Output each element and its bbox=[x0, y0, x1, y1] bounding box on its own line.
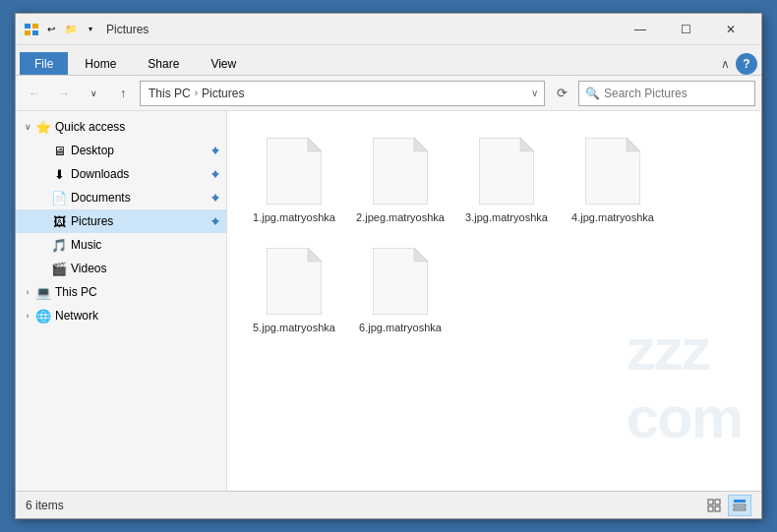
titlebar-icons: ↩ 📁 ▾ bbox=[24, 22, 98, 37]
ribbon-collapse-button[interactable]: ∧ bbox=[721, 57, 730, 71]
svg-marker-5 bbox=[308, 138, 322, 151]
file-item-file1[interactable]: 1.jpg.matryoshka bbox=[245, 129, 343, 231]
path-segment-pc[interactable]: This PC bbox=[147, 87, 193, 100]
search-box[interactable]: 🔍 bbox=[578, 81, 755, 106]
main-content: ∨⭐Quick access🖥Desktop⬇Downloads📄Documen… bbox=[16, 111, 761, 491]
file-icon-file2 bbox=[369, 136, 432, 207]
sidebar-label-pictures: Pictures bbox=[71, 214, 207, 228]
path-arrow-1: › bbox=[195, 88, 198, 98]
svg-rect-17 bbox=[715, 500, 720, 504]
help-button[interactable]: ? bbox=[736, 53, 757, 75]
forward-button[interactable]: → bbox=[51, 81, 77, 106]
dropdown-icon: ▾ bbox=[83, 22, 98, 37]
folder-icon-pictures: 🖼 bbox=[51, 213, 67, 229]
svg-marker-15 bbox=[414, 248, 428, 262]
file-item-file5[interactable]: 5.jpg.matryoshka bbox=[245, 239, 343, 341]
file-icon-file4 bbox=[581, 136, 644, 207]
path-segment-pictures[interactable]: Pictures bbox=[200, 87, 246, 100]
sidebar-item-pictures[interactable]: 🖼Pictures bbox=[16, 209, 226, 233]
sidebar: ∨⭐Quick access🖥Desktop⬇Downloads📄Documen… bbox=[16, 111, 227, 491]
tab-view[interactable]: View bbox=[196, 52, 251, 75]
sidebar-label-downloads: Downloads bbox=[71, 167, 207, 181]
expand-icon-desktop[interactable] bbox=[35, 143, 51, 158]
expand-icon-music[interactable] bbox=[35, 237, 51, 253]
back-button[interactable]: ← bbox=[22, 81, 47, 106]
expand-icon-this-pc[interactable]: › bbox=[20, 284, 35, 300]
sidebar-item-quick-access[interactable]: ∨⭐Quick access bbox=[16, 115, 226, 139]
svg-marker-11 bbox=[627, 138, 640, 151]
file-name-file5: 5.jpg.matryoshka bbox=[253, 321, 335, 334]
folder-icon: 📁 bbox=[63, 22, 79, 37]
sidebar-item-documents[interactable]: 📄Documents bbox=[16, 186, 226, 209]
pin-icon-documents bbox=[209, 191, 222, 205]
addressbar: ← → ∨ ↑ This PC › Pictures ∨ ⟳ 🔍 bbox=[16, 76, 761, 111]
file-name-file4: 4.jpg.matryoshka bbox=[571, 210, 654, 224]
tab-share[interactable]: Share bbox=[133, 52, 194, 75]
svg-rect-22 bbox=[734, 508, 746, 510]
svg-rect-21 bbox=[734, 504, 746, 506]
window-controls: — ☐ ✕ bbox=[618, 14, 753, 45]
sidebar-label-desktop: Desktop bbox=[71, 144, 207, 157]
tab-home[interactable]: Home bbox=[70, 52, 131, 75]
svg-marker-13 bbox=[308, 248, 322, 262]
item-count: 6 items bbox=[26, 499, 64, 512]
file-item-file6[interactable]: 6.jpg.matryoshka bbox=[351, 239, 449, 341]
folder-icon-videos: 🎬 bbox=[51, 261, 67, 276]
sidebar-item-desktop[interactable]: 🖥Desktop bbox=[16, 139, 226, 162]
sidebar-item-network[interactable]: ›🌐Network bbox=[16, 304, 226, 327]
undo-icon: ↩ bbox=[43, 22, 59, 37]
sidebar-item-music[interactable]: 🎵Music bbox=[16, 233, 226, 257]
expand-icon-downloads[interactable] bbox=[35, 166, 51, 182]
folder-icon-music: 🎵 bbox=[51, 237, 67, 253]
file-area: zzzcom 1.jpg.matryoshka 2.jpeg.matryoshk… bbox=[227, 111, 761, 491]
window-title: Pictures bbox=[106, 23, 618, 36]
path-dropdown-button[interactable]: ∨ bbox=[531, 88, 538, 98]
refresh-button[interactable]: ⟳ bbox=[549, 81, 574, 106]
svg-rect-1 bbox=[32, 24, 38, 29]
sidebar-label-network: Network bbox=[55, 309, 222, 323]
expand-icon-quick-access[interactable]: ∨ bbox=[20, 119, 35, 135]
folder-icon-desktop: 🖥 bbox=[51, 143, 67, 158]
search-icon: 🔍 bbox=[585, 87, 600, 100]
svg-rect-3 bbox=[32, 30, 38, 35]
pin-icon-downloads bbox=[209, 167, 222, 181]
large-icons-view-button[interactable] bbox=[702, 495, 726, 516]
svg-marker-7 bbox=[414, 138, 428, 151]
folder-icon-documents: 📄 bbox=[51, 190, 67, 206]
tab-file[interactable]: File bbox=[20, 52, 68, 75]
up-button[interactable]: ↑ bbox=[110, 81, 136, 106]
maximize-button[interactable]: ☐ bbox=[663, 14, 708, 45]
sidebar-label-music: Music bbox=[71, 238, 222, 252]
folder-icon-quick-access: ⭐ bbox=[35, 119, 51, 135]
file-item-file3[interactable]: 3.jpg.matryoshka bbox=[457, 129, 556, 231]
expand-icon-documents[interactable] bbox=[35, 190, 51, 206]
details-view-button[interactable] bbox=[728, 495, 751, 516]
pin-icon-pictures bbox=[209, 214, 222, 228]
address-path[interactable]: This PC › Pictures ∨ bbox=[140, 81, 545, 106]
file-icon-file5 bbox=[263, 246, 326, 317]
file-item-file2[interactable]: 2.jpeg.matryoshka bbox=[351, 129, 449, 231]
svg-rect-16 bbox=[708, 500, 713, 504]
expand-icon-network[interactable]: › bbox=[20, 308, 35, 324]
svg-rect-18 bbox=[708, 506, 713, 511]
app-icon bbox=[24, 22, 39, 37]
file-name-file1: 1.jpg.matryoshka bbox=[253, 210, 335, 224]
ribbon-tabs: File Home Share View ∧ ? bbox=[16, 45, 761, 75]
sidebar-item-downloads[interactable]: ⬇Downloads bbox=[16, 162, 226, 186]
sidebar-label-quick-access: Quick access bbox=[55, 120, 222, 134]
minimize-button[interactable]: — bbox=[618, 14, 663, 45]
file-icon-file6 bbox=[369, 246, 432, 317]
folder-icon-network: 🌐 bbox=[35, 308, 51, 324]
expand-icon-videos[interactable] bbox=[35, 261, 51, 276]
titlebar: ↩ 📁 ▾ Pictures — ☐ ✕ bbox=[16, 14, 761, 45]
up-dropdown-button[interactable]: ∨ bbox=[81, 81, 106, 106]
expand-icon-pictures[interactable] bbox=[35, 213, 51, 229]
search-input[interactable] bbox=[604, 87, 748, 100]
files-grid: 1.jpg.matryoshka 2.jpeg.matryoshka 3.jpg… bbox=[237, 121, 751, 350]
sidebar-label-videos: Videos bbox=[71, 262, 222, 275]
sidebar-item-this-pc[interactable]: ›💻This PC bbox=[16, 280, 226, 304]
file-item-file4[interactable]: 4.jpg.matryoshka bbox=[564, 129, 662, 231]
sidebar-item-videos[interactable]: 🎬Videos bbox=[16, 257, 226, 280]
close-button[interactable]: ✕ bbox=[708, 14, 753, 45]
pin-icon-desktop bbox=[209, 144, 222, 157]
